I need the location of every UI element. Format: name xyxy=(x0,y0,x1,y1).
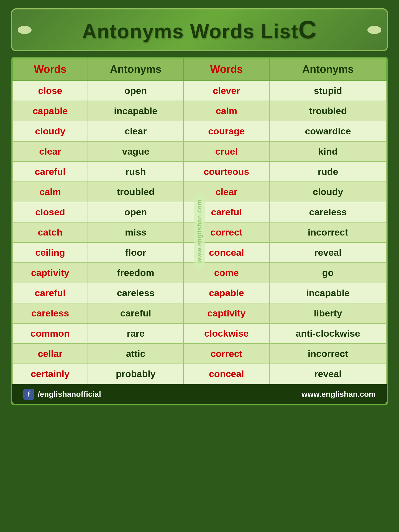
table-header-row: Words Antonyms Words Antonyms xyxy=(12,58,387,81)
word-cell: clear xyxy=(183,182,269,202)
table-row: cellaratticcorrectincorrect xyxy=(12,344,387,364)
table-row: captivityfreedomcomego xyxy=(12,263,387,283)
table-row: cloudyclearcouragecowardice xyxy=(12,121,387,141)
word-cell: careful xyxy=(183,202,269,222)
word-cell: common xyxy=(12,323,88,344)
antonym-cell: open xyxy=(88,202,183,222)
word-cell: calm xyxy=(12,182,88,202)
word-cell: careless xyxy=(12,303,88,323)
word-cell: certainly xyxy=(12,364,88,384)
footer-social: f /englishanofficial xyxy=(23,389,101,400)
social-handle: /englishanofficial xyxy=(38,390,101,399)
antonym-cell: rare xyxy=(88,323,183,344)
footer-website: www.englishan.com xyxy=(301,390,376,399)
word-cell: conceal xyxy=(183,242,269,263)
table-row: ceilingfloorconcealreveal xyxy=(12,242,387,263)
antonym-cell: kind xyxy=(269,141,387,162)
table-row: catchmisscorrectincorrect xyxy=(12,222,387,242)
antonym-cell: floor xyxy=(88,242,183,263)
word-cell: captivity xyxy=(12,263,88,283)
antonym-cell: miss xyxy=(88,222,183,242)
antonym-cell: vague xyxy=(88,141,183,162)
antonym-cell: reveal xyxy=(269,242,387,263)
footer: f /englishanofficial www.englishan.com xyxy=(12,384,387,404)
word-cell: clockwise xyxy=(183,323,269,344)
col-header-words1: Words xyxy=(12,58,88,81)
col-header-words2: Words xyxy=(183,58,269,81)
word-cell: ceiling xyxy=(12,242,88,263)
antonym-cell: open xyxy=(88,81,183,101)
word-cell: captivity xyxy=(183,303,269,323)
word-cell: calm xyxy=(183,101,269,121)
word-cell: courteous xyxy=(183,162,269,182)
table-container: www.englishan.com Words Antonyms Words A… xyxy=(11,57,388,405)
antonym-cell: reveal xyxy=(269,364,387,384)
antonym-cell: troubled xyxy=(88,182,183,202)
antonym-cell: rude xyxy=(269,162,387,182)
antonym-cell: careful xyxy=(88,303,183,323)
table-row: carelesscarefulcaptivityliberty xyxy=(12,303,387,323)
antonym-cell: incapable xyxy=(88,101,183,121)
antonym-cell: stupid xyxy=(269,81,387,101)
antonym-cell: attic xyxy=(88,344,183,364)
antonym-cell: troubled xyxy=(269,101,387,121)
word-cell: cruel xyxy=(183,141,269,162)
word-cell: careful xyxy=(12,283,88,303)
table-row: closeopencleverstupid xyxy=(12,81,387,101)
antonym-cell: go xyxy=(269,263,387,283)
word-cell: courage xyxy=(183,121,269,141)
col-header-antonyms1: Antonyms xyxy=(88,58,183,81)
table-row: carefulrushcourteousrude xyxy=(12,162,387,182)
facebook-icon: f xyxy=(23,389,34,400)
col-header-antonyms2: Antonyms xyxy=(269,58,387,81)
table-row: certainlyprobablyconcealreveal xyxy=(12,364,387,384)
word-cell: correct xyxy=(183,222,269,242)
word-cell: clear xyxy=(12,141,88,162)
page-title: Antonyms Words ListC xyxy=(29,16,370,44)
word-cell: catch xyxy=(12,222,88,242)
antonym-cell: careless xyxy=(269,202,387,222)
word-cell: conceal xyxy=(183,364,269,384)
table-row: calmtroubledclearcloudy xyxy=(12,182,387,202)
antonym-cell: careless xyxy=(88,283,183,303)
word-cell: clever xyxy=(183,81,269,101)
word-cell: cellar xyxy=(12,344,88,364)
table-row: commonrareclockwiseanti-clockwise xyxy=(12,323,387,344)
header: Antonyms Words ListC xyxy=(11,8,388,51)
word-cell: closed xyxy=(12,202,88,222)
table-row: capableincapablecalmtroubled xyxy=(12,101,387,121)
antonym-cell: freedom xyxy=(88,263,183,283)
word-cell: come xyxy=(183,263,269,283)
word-cell: cloudy xyxy=(12,121,88,141)
table-row: closedopencarefulcareless xyxy=(12,202,387,222)
antonym-cell: rush xyxy=(88,162,183,182)
table-row: clearvaguecruelkind xyxy=(12,141,387,162)
antonym-cell: liberty xyxy=(269,303,387,323)
word-cell: capable xyxy=(12,101,88,121)
antonym-cell: probably xyxy=(88,364,183,384)
antonym-cell: cowardice xyxy=(269,121,387,141)
antonym-cell: clear xyxy=(88,121,183,141)
word-cell: correct xyxy=(183,344,269,364)
word-cell: capable xyxy=(183,283,269,303)
antonym-cell: incorrect xyxy=(269,344,387,364)
word-cell: close xyxy=(12,81,88,101)
antonym-cell: incorrect xyxy=(269,222,387,242)
antonym-cell: incapable xyxy=(269,283,387,303)
antonyms-table: Words Antonyms Words Antonyms closeopenc… xyxy=(12,58,387,384)
antonym-cell: anti-clockwise xyxy=(269,323,387,344)
word-cell: careful xyxy=(12,162,88,182)
table-row: carefulcarelesscapableincapable xyxy=(12,283,387,303)
antonym-cell: cloudy xyxy=(269,182,387,202)
